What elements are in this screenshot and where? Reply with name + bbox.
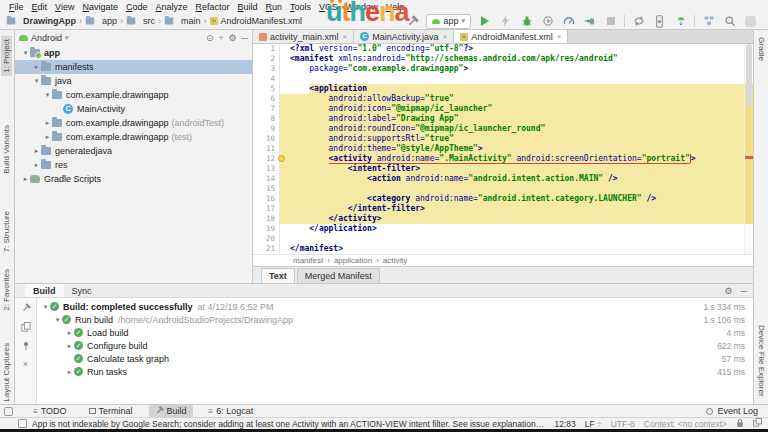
line-number[interactable]: 16 [253,194,280,204]
breadcrumb-item[interactable]: AndroidManifest.xml [210,16,303,26]
build-output-row[interactable]: ▸✓Run tasks415 ms [37,365,753,378]
tree-arrow-icon[interactable]: ▾ [43,91,52,99]
editor-tab[interactable]: activity_main.xml× [253,30,354,43]
line-number[interactable]: 1 [253,44,280,54]
avatar[interactable] [743,14,758,29]
breadcrumb-item[interactable]: src [126,16,155,26]
tool-window-button----structure[interactable]: 7: Structure [1,208,12,255]
locate-file-icon[interactable]: ⊙ [206,33,214,43]
scrollbar-thumb[interactable] [746,44,752,106]
menu-item[interactable]: Edit [28,2,52,12]
settings-gear-icon[interactable]: ⚙ [725,286,733,296]
code-line[interactable]: 13 <intent-filter> [253,164,753,174]
tree-row[interactable]: ▾java [15,74,252,88]
caret-position-widget[interactable]: 12:83 [554,419,575,429]
tool-window-button----favorites[interactable]: 2: Favorites [1,266,12,314]
code-line[interactable]: 11 android:theme="@style/AppTheme"> [253,144,753,154]
apply-changes-icon[interactable] [498,14,513,29]
build-output-row[interactable]: ▸✓Configure build622 ms [37,339,753,352]
code-line[interactable]: 1<?xml version="1.0" encoding="utf-8"?> [253,44,753,54]
tree-row[interactable]: ▸manifests [15,60,252,74]
line-number[interactable]: 6 [253,94,280,104]
code-line[interactable]: 21</manifest> [253,244,753,254]
menu-item[interactable]: Tools [286,2,315,12]
menu-item[interactable]: Code [122,2,152,12]
tree-row[interactable]: ▸res [15,158,252,172]
intention-lightbulb-icon[interactable] [278,155,285,162]
tree-arrow-icon[interactable]: ▸ [43,133,52,141]
code-line[interactable]: 20 [253,234,753,244]
build-panel-tab[interactable]: Build [25,284,64,297]
line-number[interactable]: 4 [253,74,280,84]
xml-breadcrumb-item[interactable]: manifest [293,256,323,265]
menu-item[interactable]: File [5,2,28,12]
editor-tab[interactable]: CMainActivity.java× [354,30,454,43]
line-number[interactable]: 5 [253,84,280,94]
breadcrumb-item[interactable]: app [85,16,117,26]
sdk-manager-icon[interactable] [673,14,688,29]
code-line[interactable]: 2<manifest xmlns:android="http://schemas… [253,54,753,64]
hide-panel-icon[interactable]: ─ [242,33,248,43]
lock-icon[interactable] [736,418,744,430]
build-output-row[interactable]: ▸✓Load build4 ms [37,326,753,339]
line-number[interactable]: 12 [253,154,280,164]
tree-row[interactable]: ▾com.example.drawingapp [15,88,252,102]
line-number[interactable]: 14 [253,174,280,184]
tree-arrow-icon[interactable]: ▸ [65,368,74,376]
menu-item[interactable]: View [51,2,78,12]
tool-window-bar-terminal[interactable]: Terminal [83,405,139,417]
tree-arrow-icon[interactable]: ▾ [53,316,62,324]
stop-button[interactable] [603,14,618,29]
tool-window-button-gradle[interactable]: Gradle [756,34,767,64]
line-number[interactable]: 7 [253,104,280,114]
tool-window-button-layout-captures[interactable]: Layout Captures [1,340,12,405]
tool-window-button-device-file-explorer[interactable]: Device File Explorer [756,322,767,400]
code-line[interactable]: 7 android:icon="@mipmap/ic_launcher" [253,104,753,114]
code-line[interactable]: 6 android:allowBackup="true" [253,94,753,104]
line-number[interactable]: 18 [253,214,280,224]
line-number[interactable]: 2 [253,54,280,64]
close-icon[interactable]: × [557,32,562,41]
tool-window-bar-build[interactable]: Build [149,405,193,417]
build-output-row[interactable]: ▾✓Run build/home/c/AndroidStudioProjects… [37,313,753,326]
run-button[interactable] [477,14,492,29]
debug-button[interactable] [519,14,534,29]
line-number[interactable]: 13 [253,164,280,174]
code-editor[interactable]: 1<?xml version="1.0" encoding="utf-8"?>2… [253,44,753,254]
collapse-all-icon[interactable]: ÷ [219,33,224,43]
tree-arrow-icon[interactable]: ▸ [21,175,30,183]
close-icon[interactable]: × [23,360,28,369]
tool-window-button----project[interactable]: 1: Project [1,36,12,76]
tree-arrow-icon[interactable]: ▾ [21,49,30,57]
tree-arrow-icon[interactable]: ▸ [65,329,74,337]
line-number[interactable]: 15 [253,184,280,194]
line-number[interactable]: 20 [253,234,280,244]
line-ending-widget[interactable]: LF ÷ [585,419,602,429]
manifest-view-tab[interactable]: Text [261,268,295,283]
manifest-view-tab[interactable]: Merged Manifest [297,268,380,283]
menu-item[interactable]: Run [262,2,287,12]
export-icon[interactable] [21,322,31,334]
code-line[interactable]: 16 <category android:name="android.inten… [253,194,753,204]
code-line[interactable]: 3 package="com.example.drawingapp"> [253,64,753,74]
code-line[interactable]: 14 <action android:name="android.intent.… [253,174,753,184]
profiler-icon[interactable] [561,14,576,29]
line-number[interactable]: 10 [253,134,280,144]
close-icon[interactable]: × [443,32,448,41]
line-number[interactable]: 9 [253,124,280,134]
avd-manager-icon[interactable] [652,14,667,29]
build-output-row[interactable]: ▾✓Build: completed successfullyat 4/12/1… [37,300,753,313]
code-line[interactable]: 12 <activity android:name=".MainActivity… [253,154,753,164]
build-panel-tab[interactable]: Sync [64,286,100,296]
tree-row[interactable]: CMainActivity [15,102,252,116]
tree-arrow-icon[interactable]: ▸ [43,119,52,127]
code-line[interactable]: 5 <application [253,84,753,94]
editor-tab[interactable]: AndroidManifest.xml× [454,30,568,43]
line-number[interactable]: 11 [253,144,280,154]
error-stripe-mark[interactable] [745,156,753,159]
code-line[interactable]: 18 </activity> [253,214,753,224]
hide-panel-icon[interactable]: ─ [741,286,747,296]
close-icon[interactable]: × [343,32,348,41]
menu-item[interactable]: Analyze [151,2,191,12]
pin-icon[interactable] [21,341,31,353]
